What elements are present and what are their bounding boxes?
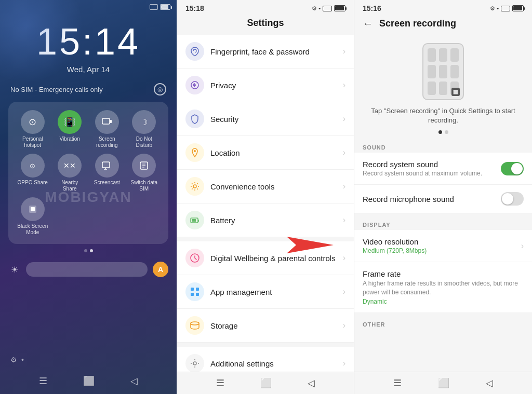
settings-battery-icon — [334, 5, 345, 11]
hotspot-label: Personal hotspot — [17, 136, 49, 148]
additional-chevron: › — [343, 359, 345, 368]
video-res-chevron: › — [521, 241, 524, 251]
app-icon-7 — [428, 81, 436, 95]
additional-label: Additional settings — [210, 359, 343, 368]
oppo-share-label: OPPO Share — [18, 180, 48, 186]
settings-item-convenience[interactable]: Convenience tools › — [177, 170, 354, 203]
rec-system-sound-item[interactable]: Record system sound Record system sound … — [354, 153, 532, 185]
rec-gap-2 — [354, 313, 532, 317]
digital-label: Digital Wellbeing & parental controls — [210, 254, 343, 263]
rec-nav-back[interactable]: ◁ — [486, 377, 493, 389]
svg-rect-17 — [191, 288, 194, 291]
lockscreen-date: Wed, Apr 14 — [0, 65, 177, 74]
user-avatar[interactable]: A — [153, 262, 168, 277]
system-sound-sub: Record system sound at maximum volume. — [363, 170, 501, 177]
settings-nav-back[interactable]: ◁ — [308, 377, 315, 389]
rec-mic-sound-item[interactable]: Record microphone sound — [354, 185, 532, 213]
gear-icon[interactable]: ⚙ — [10, 356, 17, 364]
rec-dot-1 — [438, 130, 442, 134]
page-dots — [0, 249, 177, 252]
qs-nearby-share[interactable]: ✕✕ Nearby Share — [54, 154, 86, 192]
nav-menu-icon[interactable]: ☰ — [39, 375, 47, 387]
frame-rate-title: Frame rate — [363, 269, 524, 278]
battery-text: Battery — [210, 216, 343, 225]
location-settings-icon[interactable]: ◎ — [154, 83, 166, 96]
qs-oppo-share[interactable]: ⊙ OPPO Share — [17, 154, 49, 192]
settings-item-privacy[interactable]: Privacy › — [177, 69, 354, 102]
rec-sound-list: Record system sound Record system sound … — [354, 153, 532, 213]
settings-item-location[interactable]: Location › — [177, 136, 354, 170]
qs-grid-row3: Black Screen Mode — [17, 197, 160, 236]
qs-dnd[interactable]: ☽ Do Not Disturb — [128, 110, 161, 148]
video-res-text: Video resolution Medium (720P, 8Mbps) — [363, 237, 521, 254]
lockscreen-time: 15:14 — [0, 20, 177, 63]
svg-rect-2 — [102, 162, 110, 168]
privacy-chevron: › — [343, 80, 345, 90]
nearby-share-icon: ✕✕ — [58, 154, 82, 178]
settings-nav-menu[interactable]: ☰ — [216, 377, 224, 389]
dot-2 — [90, 249, 93, 252]
location-text: Location — [210, 148, 343, 157]
location-label: Location — [210, 148, 343, 157]
settings-item-apps[interactable]: App management › — [177, 275, 354, 309]
settings-item-battery[interactable]: Battery › — [177, 203, 354, 237]
settings-item-fingerprint[interactable]: Fingerprint, face & password › — [177, 35, 354, 69]
nearby-share-label: Nearby Share — [54, 180, 86, 192]
storage-text: Storage — [210, 321, 343, 330]
ls-nav-bar: ☰ ⬜ ◁ — [0, 375, 177, 387]
app-icon-4 — [428, 65, 436, 78]
vibration-icon: 📳 — [58, 110, 82, 134]
settings-status-time: 15:18 — [185, 4, 204, 12]
vibration-label: Vibration — [60, 136, 80, 142]
security-text: Security — [210, 115, 343, 124]
video-res-value: Medium (720P, 8Mbps) — [363, 247, 521, 254]
brightness-icon[interactable]: ☀ — [8, 263, 21, 276]
storage-chevron: › — [343, 321, 345, 330]
digital-text: Digital Wellbeing & parental controls — [210, 254, 343, 263]
mic-sound-toggle[interactable] — [501, 192, 524, 206]
additional-text: Additional settings — [210, 359, 343, 368]
settings-item-additional[interactable]: Additional settings › — [177, 347, 354, 372]
rec-nav-home[interactable]: ⬜ — [438, 377, 449, 389]
settings-nav-bar: ☰ ⬜ ◁ — [177, 372, 354, 394]
qs-black-screen[interactable]: Black Screen Mode — [17, 197, 49, 236]
svg-rect-20 — [196, 293, 199, 296]
convenience-text: Convenience tools — [210, 182, 343, 191]
screencast-label: Screencast — [94, 180, 120, 186]
battery-chevron: › — [343, 215, 345, 225]
qs-personal-hotspot[interactable]: ⊙ Personal hotspot — [17, 110, 49, 148]
settings-nav-home[interactable]: ⬜ — [260, 377, 272, 389]
qs-screen-recording[interactable]: Screen recording — [91, 110, 123, 148]
qs-switch-sim[interactable]: Switch data SIM — [128, 154, 161, 192]
rec-page-dots — [354, 130, 532, 134]
system-sound-toggle[interactable] — [501, 162, 524, 175]
settings-item-storage[interactable]: Storage › — [177, 309, 354, 343]
ls-status-bar — [0, 0, 177, 10]
video-resolution-item[interactable]: Video resolution Medium (720P, 8Mbps) › — [354, 230, 532, 262]
frame-rate-value: Dynamic — [363, 298, 524, 305]
privacy-label: Privacy — [210, 81, 343, 90]
frame-rate-item[interactable]: Frame rate A higher frame rate results i… — [354, 262, 532, 313]
qs-vibration[interactable]: 📳 Vibration — [54, 110, 86, 148]
switch-sim-icon — [132, 154, 156, 178]
app-icon-6 — [450, 65, 459, 78]
settings-status-icons: ⚙ • — [312, 5, 345, 12]
svg-point-22 — [193, 362, 196, 365]
black-screen-label: Black Screen Mode — [17, 223, 49, 236]
hotspot-icon: ⊙ — [21, 110, 45, 134]
location-icon — [185, 143, 204, 162]
settings-item-digital[interactable]: Digital Wellbeing & parental controls › — [177, 241, 354, 275]
rec-nav-menu[interactable]: ☰ — [393, 377, 402, 389]
nav-back-icon[interactable]: ◁ — [130, 375, 138, 387]
svg-point-21 — [191, 322, 199, 325]
rec-back-button[interactable]: ← — [363, 18, 373, 30]
settings-item-security[interactable]: Security › — [177, 102, 354, 136]
privacy-text: Privacy — [210, 81, 343, 90]
nav-home-icon[interactable]: ⬜ — [83, 375, 95, 387]
settings-gap-2 — [177, 343, 354, 347]
app-icon-8 — [439, 81, 447, 95]
qs-screencast[interactable]: Screencast — [91, 154, 123, 192]
system-sound-title: Record system sound — [363, 160, 501, 169]
record-badge: ⬜ — [451, 88, 460, 96]
brightness-slider[interactable] — [26, 262, 148, 277]
